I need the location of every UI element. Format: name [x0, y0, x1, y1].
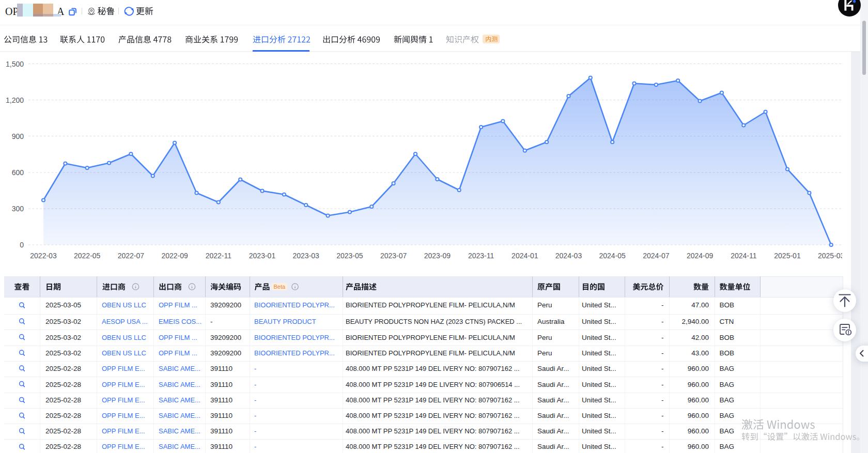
- svg-text:2025-01: 2025-01: [774, 252, 801, 260]
- svg-text:2022-09: 2022-09: [161, 252, 188, 260]
- svg-text:2024-01: 2024-01: [512, 252, 538, 260]
- svg-text:2022-03: 2022-03: [30, 252, 57, 260]
- svg-text:2022-05: 2022-05: [74, 252, 101, 260]
- svg-text:900: 900: [12, 132, 24, 140]
- svg-text:2025-03: 2025-03: [818, 252, 845, 260]
- svg-text:2023-09: 2023-09: [424, 252, 451, 260]
- svg-text:1,500: 1,500: [6, 60, 24, 68]
- svg-text:2024-05: 2024-05: [599, 252, 626, 260]
- svg-text:2024-07: 2024-07: [643, 252, 670, 260]
- svg-text:0: 0: [20, 241, 24, 249]
- svg-text:1,200: 1,200: [6, 96, 24, 104]
- svg-text:2022-11: 2022-11: [206, 252, 232, 260]
- svg-text:2022-07: 2022-07: [118, 252, 145, 260]
- svg-text:2024-11: 2024-11: [731, 252, 757, 260]
- svg-text:300: 300: [12, 205, 24, 213]
- svg-text:600: 600: [12, 168, 24, 177]
- svg-text:2023-05: 2023-05: [336, 252, 363, 260]
- svg-text:2023-03: 2023-03: [293, 252, 320, 260]
- svg-text:2023-01: 2023-01: [249, 252, 276, 260]
- svg-text:2023-07: 2023-07: [380, 252, 407, 260]
- svg-text:2023-11: 2023-11: [468, 252, 494, 260]
- svg-text:2024-03: 2024-03: [555, 252, 582, 260]
- svg-text:2024-09: 2024-09: [687, 252, 714, 260]
